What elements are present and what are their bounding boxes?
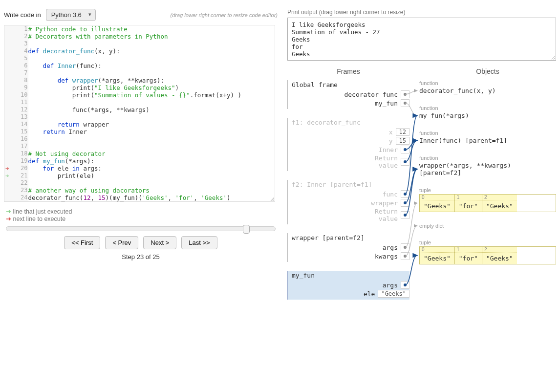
frame-title: wrapper [parent=f2] [292, 234, 409, 241]
frame: f2: Inner [parent=f1]funcwrapperReturn v… [287, 180, 409, 224]
var-slot [401, 190, 409, 198]
object-type: tuple [419, 187, 556, 193]
code-line[interactable]: # Not using decorator [28, 150, 275, 157]
frame-title: my_fun [292, 272, 409, 279]
gutter-line: 15 [4, 128, 28, 135]
gutter-line: 18 [4, 150, 28, 157]
code-line[interactable]: # Decorators with parameters in Python [28, 33, 275, 40]
gutter-line: 14 [4, 121, 28, 128]
frame: my_funargsele"Geeks" [287, 271, 409, 300]
tuple: 0"Geeks"1"for"2"Geeks" [419, 194, 556, 212]
var-slot [401, 281, 409, 289]
object: functionInner(func) [parent=f1] [419, 130, 556, 144]
object-type: function [419, 80, 556, 86]
var-slot [401, 146, 409, 153]
var-slot [401, 252, 409, 260]
var-slot [401, 90, 409, 98]
code-line[interactable] [28, 143, 275, 150]
var-slot: 15 [396, 137, 409, 145]
gutter-line: 10 [4, 91, 28, 99]
object-repr: decorator_func(x, y) [419, 87, 556, 94]
object: functiondecorator_func(x, y) [419, 80, 556, 94]
gutter-line: 11 [4, 99, 28, 106]
var-name: ele [364, 290, 375, 298]
language-value: Python 3.6 [51, 11, 82, 19]
var-slot: 12 [396, 128, 409, 136]
code-line[interactable]: for ele in args: [28, 165, 275, 172]
code-line[interactable]: func(*args, **kwargs) [28, 106, 275, 113]
var-name: my_fun [375, 100, 398, 107]
var-slot [401, 158, 409, 166]
object-type: empty dict [419, 223, 556, 229]
code-line[interactable] [28, 69, 275, 77]
code-line[interactable]: def wrapper(*args, **kwargs): [28, 77, 275, 84]
var-name: wrapper [371, 199, 398, 207]
gutter-line: 3 [4, 40, 28, 47]
execution-slider[interactable] [6, 226, 276, 231]
var-slot [401, 199, 409, 207]
frame: Global framedecorator_funcmy_fun [287, 80, 409, 109]
step-label: Step 23 of 25 [4, 253, 278, 261]
var-slot [401, 99, 409, 107]
var-name: Inner [379, 146, 398, 153]
gutter-line: 4 [4, 47, 28, 55]
editor-resize-hint: (drag lower right corner to resize code … [171, 12, 278, 18]
code-line[interactable]: return wrapper [28, 121, 275, 128]
gutter-line: 17 [4, 143, 28, 150]
code-line[interactable] [28, 55, 275, 62]
code-line[interactable]: return Inner [28, 128, 275, 135]
code-line[interactable]: def Inner(func): [28, 62, 275, 69]
gutter-line: 8 [4, 77, 28, 84]
gutter-line: 6 [4, 62, 28, 69]
first-button[interactable]: << First [64, 236, 100, 249]
object: empty dict [419, 223, 556, 229]
output-box[interactable]: I like Geeksforgeeks Summation of values… [287, 18, 556, 61]
object: tuple0"Geeks"1"for"2"Geeks" [419, 187, 556, 212]
next-button[interactable]: Next > [143, 236, 176, 249]
code-editor[interactable]: 1# Python code to illustrate2# Decorator… [4, 25, 275, 202]
code-line[interactable] [28, 135, 275, 143]
output-label: Print output (drag lower right corner to… [287, 9, 556, 16]
code-line[interactable]: # another way of using dacorators [28, 187, 275, 194]
gutter-line: 21 [4, 172, 28, 179]
frame: wrapper [parent=f2]argskwargs [287, 233, 409, 262]
next-arrow-icon: ➜ [6, 216, 11, 222]
code-line[interactable] [28, 99, 275, 106]
var-name: args [383, 282, 398, 289]
gutter-line: 22 [4, 179, 28, 187]
code-line[interactable]: print(ele) [28, 172, 275, 179]
var-name: func [383, 191, 398, 198]
gutter-line: 20 [4, 165, 28, 172]
frame-title: f1: decorator_func [292, 119, 409, 126]
object-repr: wrapper(*args, **kwargs) [parent=f2] [419, 162, 556, 176]
code-line[interactable]: decorator_func(12, 15)(my_fun)('Geeks', … [28, 194, 275, 201]
frame: f1: decorator_funcx12y15InnerReturn valu… [287, 118, 409, 171]
object-type: function [419, 105, 556, 111]
var-name: kwargs [375, 253, 398, 260]
code-line[interactable]: def my_fun(*args): [28, 157, 275, 165]
var-slot [401, 211, 409, 219]
object-type: function [419, 155, 556, 161]
tuple: 0"Geeks"1"for"2"Geeks" [419, 246, 556, 264]
legend-prev: line that just executed [13, 208, 72, 215]
slider-thumb[interactable] [243, 225, 250, 234]
frame-title: f2: Inner [parent=f1] [292, 181, 409, 188]
object-type: function [419, 130, 556, 136]
gutter-line: 9 [4, 84, 28, 91]
code-line[interactable]: print("I like Geeksforgeeks") [28, 84, 275, 91]
gutter-line: 1 [4, 25, 28, 33]
object: functionwrapper(*args, **kwargs) [parent… [419, 155, 556, 176]
code-line[interactable]: # Python code to illustrate [28, 25, 275, 33]
code-line[interactable] [28, 179, 275, 187]
prev-button[interactable]: < Prev [105, 236, 138, 249]
var-name: y [389, 137, 393, 145]
code-line[interactable]: print("Summation of values - {}".format(… [28, 91, 275, 99]
code-line[interactable] [28, 113, 275, 121]
gutter-line: 16 [4, 135, 28, 143]
last-button[interactable]: Last >> [181, 236, 217, 249]
gutter-line: 12 [4, 106, 28, 113]
code-line[interactable] [28, 40, 275, 47]
code-line[interactable]: def decorator_func(x, y): [28, 47, 275, 55]
language-select[interactable]: Python 3.6 [46, 9, 96, 21]
gutter-line: 5 [4, 55, 28, 62]
